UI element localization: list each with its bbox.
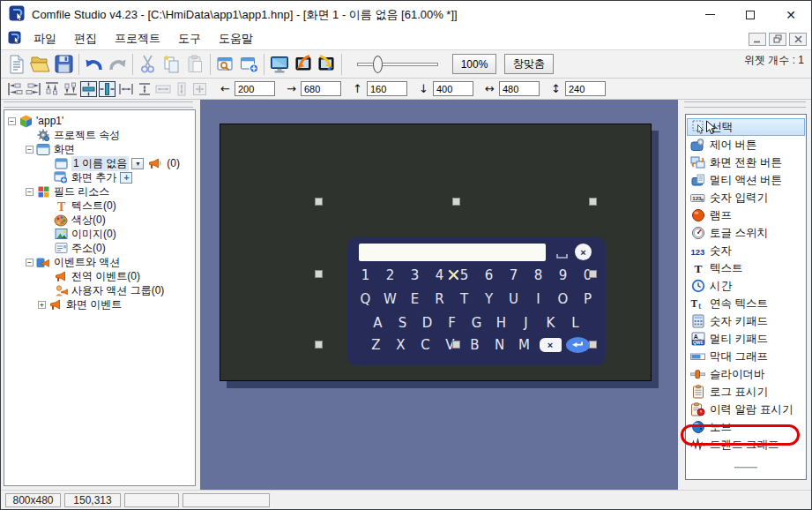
distribute-vertical-button[interactable]	[135, 80, 153, 97]
paste-button[interactable]	[183, 52, 207, 76]
palette-item-text[interactable]: T텍스트	[687, 259, 805, 277]
tree-item-label: 색상(0)	[71, 213, 106, 228]
center-vertical-button[interactable]	[98, 80, 116, 97]
palette-item-sliderbar[interactable]: 슬라이더바	[687, 365, 805, 383]
multi-action-button-icon	[690, 173, 705, 187]
palette-item-continuous-text[interactable]: Tt연속 텍스트	[687, 295, 805, 312]
tree-item-screen-events[interactable]: + 화면 이벤트	[6, 297, 195, 311]
palette-item-lamp[interactable]: 램프	[687, 206, 805, 224]
palette-resize-grip[interactable]	[734, 467, 757, 469]
palette-item-time[interactable]: 시간	[687, 277, 805, 295]
palette-item-bar-graph[interactable]: 막대 그래프	[687, 348, 805, 365]
palette-item-trend-graph[interactable]: 트렌드 그래프	[687, 436, 805, 454]
copy-button[interactable]	[160, 52, 183, 76]
coord-bottom-input[interactable]	[433, 81, 473, 96]
project-settings-button[interactable]	[213, 52, 237, 76]
palette-item-multi-keypad[interactable]: A_QWE멀티 키패드	[687, 330, 805, 348]
hmi-screen[interactable]: × 1234567890 QWERTYUIOP ASDFGHJKL ZXCVBN…	[220, 124, 652, 381]
fit-window-button[interactable]: 창맞춤	[504, 54, 554, 74]
zoom-slider[interactable]	[357, 55, 438, 74]
maximize-button[interactable]	[730, 1, 771, 28]
palette-item-control-button[interactable]: 제어 버튼	[687, 136, 805, 154]
tree-item-addresses[interactable]: 주소(0)	[6, 241, 195, 255]
screen-dropdown-button[interactable]: ▼	[131, 158, 144, 169]
panel-grip[interactable]	[4, 101, 193, 108]
mdi-restore-button[interactable]	[769, 33, 786, 46]
palette-item-toggle-switch[interactable]: 토글 스위치	[687, 224, 805, 242]
zoom-slider-thumb[interactable]	[373, 56, 383, 73]
multi-keypad-widget[interactable]: × 1234567890 QWERTYUIOP ASDFGHJKL ZXCVBN…	[347, 237, 606, 365]
tree-item-global-events[interactable]: 전역 이벤트(0)	[6, 269, 195, 283]
tree-item-app[interactable]: − 'app1'	[6, 114, 195, 128]
tree-item-screens[interactable]: − 화면	[6, 142, 195, 156]
number-icon: 123	[690, 244, 705, 258]
tree-item-project-properties[interactable]: 프로젝트 속성	[6, 128, 195, 142]
palette-item-knob[interactable]: 노브	[687, 418, 805, 436]
menu-project[interactable]: 프로젝트	[106, 28, 169, 49]
distribute-horizontal-button[interactable]	[116, 80, 135, 97]
tree-item-screen-1[interactable]: 1 이름 없음 ▼ (0)	[6, 156, 195, 170]
align-bottom-button[interactable]	[61, 80, 79, 97]
menu-tools[interactable]: 도구	[169, 28, 210, 49]
minimize-button[interactable]	[689, 1, 730, 28]
new-file-button[interactable]	[4, 52, 28, 76]
mdi-minimize-button[interactable]	[749, 33, 766, 46]
tree-item-add-screen[interactable]: 화면 추가 +	[6, 170, 195, 184]
align-left-button[interactable]	[5, 80, 24, 97]
panel-grip[interactable]	[684, 101, 806, 108]
document-icon	[8, 31, 21, 47]
upload-from-device-button[interactable]	[315, 52, 339, 76]
redo-button[interactable]	[106, 52, 130, 76]
collapse-icon[interactable]: −	[26, 188, 34, 196]
download-to-device-button[interactable]	[291, 52, 315, 76]
zoom-value-button[interactable]: 100%	[452, 54, 496, 74]
tree-item-events-actions[interactable]: − 이벤트와 액션	[6, 255, 195, 269]
align-right-button[interactable]	[24, 80, 42, 97]
control-button-icon	[690, 138, 705, 152]
open-file-button[interactable]	[28, 52, 52, 76]
tree-item-field-resources[interactable]: − 필드 리소스	[6, 184, 195, 199]
collapse-icon[interactable]: −	[26, 259, 34, 266]
expand-icon[interactable]: +	[38, 301, 46, 309]
cut-button[interactable]	[136, 52, 160, 76]
undo-button[interactable]	[82, 52, 106, 76]
palette-item-number-input[interactable]: 123숫자 입력기	[687, 189, 805, 206]
menu-file[interactable]: 파일	[25, 28, 65, 49]
coord-right-input[interactable]	[301, 81, 341, 96]
tree-item-colors[interactable]: 색상(0)	[6, 213, 195, 227]
tree-item-images[interactable]: 이미지(0)	[6, 227, 195, 241]
add-screen-button[interactable]	[237, 52, 261, 76]
svg-text:A_: A_	[693, 334, 701, 340]
palette-item-numeric-keypad[interactable]: 숫자 키패드	[687, 312, 805, 330]
menu-edit[interactable]: 편집	[65, 28, 106, 49]
close-button[interactable]: ✕	[771, 1, 811, 28]
design-canvas[interactable]: × 1234567890 QWERTYUIOP ASDFGHJKL ZXCVBN…	[200, 100, 678, 490]
monitor-button[interactable]	[267, 52, 291, 76]
palette-item-number[interactable]: 123숫자	[687, 242, 805, 259]
coord-top-input[interactable]	[367, 81, 407, 96]
coord-width-input[interactable]	[499, 81, 540, 96]
mdi-close-button[interactable]	[789, 33, 807, 46]
main-area: − 'app1' 프로젝트 속성 − 화면 1 이름	[1, 100, 811, 490]
palette-item-history-alarm[interactable]: 이력 알람 표시기	[687, 401, 805, 418]
collapse-icon[interactable]: −	[8, 117, 16, 125]
tree-item-user-action-groups[interactable]: 사용자 액션 그룹(0)	[6, 283, 195, 297]
palette-item-log-viewer[interactable]: 로그 표시기	[687, 383, 805, 401]
resolution-status: 800x480	[5, 493, 61, 507]
align-top-button[interactable]	[42, 80, 61, 97]
save-button[interactable]	[52, 52, 76, 76]
coord-height-input[interactable]	[565, 81, 606, 96]
palette-item-multi-action-button[interactable]: 멀티 액션 버튼	[687, 171, 805, 189]
collapse-icon[interactable]: −	[26, 146, 34, 154]
coord-left-input[interactable]	[235, 81, 275, 96]
save-icon	[54, 54, 74, 74]
same-height-button[interactable]	[172, 80, 190, 97]
same-width-button[interactable]	[153, 80, 172, 97]
center-horizontal-button[interactable]	[79, 80, 98, 97]
add-screen-plus-button[interactable]: +	[120, 172, 132, 184]
same-size-button[interactable]	[190, 80, 209, 97]
menu-help[interactable]: 도움말	[210, 28, 262, 49]
palette-item-screen-switch-button[interactable]: 화면 전환 버튼	[687, 154, 805, 171]
tree-item-texts[interactable]: T 텍스트(0)	[6, 199, 195, 213]
svg-text:QWE: QWE	[693, 341, 704, 345]
